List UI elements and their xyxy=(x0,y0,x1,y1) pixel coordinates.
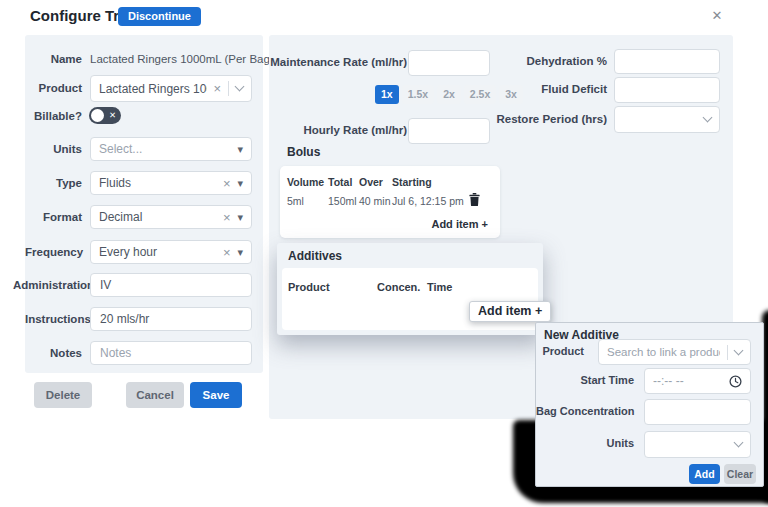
add-button[interactable]: Add xyxy=(689,464,720,484)
type-select[interactable]: Fluids × ▾ xyxy=(90,171,252,195)
bolus-col-volume: Volume xyxy=(287,176,324,188)
bolus-col-total: Total xyxy=(328,176,352,188)
dropdown-triangle-icon[interactable]: ▾ xyxy=(237,178,243,189)
new-additive-units-select[interactable] xyxy=(644,431,751,458)
bolus-cell-total: 150ml xyxy=(328,195,357,207)
dehydration-input[interactable] xyxy=(614,49,720,74)
select-divider xyxy=(228,81,229,96)
new-additive-product-select[interactable]: Search to link a product xyxy=(598,339,751,365)
clear-button[interactable]: Clear xyxy=(724,464,756,484)
close-icon[interactable]: ✕ xyxy=(706,4,728,26)
dehydration-label: Dehydration % xyxy=(469,55,607,67)
bolus-cell-starting: Jul 6, 12:15 pm xyxy=(392,195,464,207)
frequency-label: Frequency xyxy=(25,246,82,258)
dropdown-triangle-icon[interactable]: ▾ xyxy=(237,212,243,223)
clock-icon[interactable] xyxy=(729,375,742,388)
multiplier-1-5x-button[interactable]: 1.5x xyxy=(402,85,434,104)
bolus-card: Volume Total Over Starting 5ml 150ml 40 … xyxy=(280,166,500,238)
restore-period-select[interactable] xyxy=(614,106,720,133)
notes-input[interactable] xyxy=(90,341,252,365)
administration-label: Administration xyxy=(13,279,82,291)
administration-input[interactable] xyxy=(90,273,252,297)
toggle-knob xyxy=(91,109,104,122)
multiplier-1x-button[interactable]: 1x xyxy=(375,85,399,104)
bolus-title: Bolus xyxy=(287,145,320,159)
name-label: Name xyxy=(25,53,82,65)
new-additive-product-label: Product xyxy=(536,345,584,357)
new-additive-units-label: Units xyxy=(536,437,634,449)
multiplier-2x-button[interactable]: 2x xyxy=(437,85,461,104)
dropdown-triangle-icon[interactable]: ▾ xyxy=(237,247,243,258)
additives-title: Additives xyxy=(288,249,342,263)
chevron-down-icon[interactable] xyxy=(734,438,744,448)
clear-icon[interactable]: × xyxy=(223,246,231,259)
format-select-value: Decimal xyxy=(99,210,217,224)
billable-toggle[interactable]: ✕ xyxy=(89,107,121,124)
product-select[interactable]: Lactated Ringers 1000mL × xyxy=(90,75,252,102)
instructions-label: Instructions xyxy=(25,313,82,325)
units-select[interactable]: Select... ▾ xyxy=(90,137,252,161)
fluid-deficit-label: Fluid Deficit xyxy=(469,83,607,95)
configure-treatment-modal: { "header": { "title": "Configure Treatm… xyxy=(0,0,768,507)
type-label: Type xyxy=(25,177,82,189)
chevron-down-icon[interactable] xyxy=(734,345,744,355)
frequency-select-value: Every hour xyxy=(99,245,217,259)
format-label: Format xyxy=(25,211,82,223)
product-select-value: Lactated Ringers 1000mL xyxy=(99,82,207,96)
cancel-button[interactable]: Cancel xyxy=(126,382,184,408)
product-search-placeholder: Search to link a product xyxy=(607,346,720,358)
dropdown-triangle-icon[interactable]: ▾ xyxy=(237,144,243,155)
restore-period-label: Restore Period (hrs) xyxy=(469,113,607,125)
treatment-form-panel: Name Lactated Ringers 1000mL (Per Bag) P… xyxy=(25,35,263,373)
bolus-col-starting: Starting xyxy=(392,176,432,188)
trash-icon[interactable] xyxy=(469,193,480,206)
hourly-rate-label: Hourly Rate (ml/hr) xyxy=(269,124,407,136)
additives-col-time: Time xyxy=(427,281,452,293)
instructions-input[interactable] xyxy=(90,307,252,331)
bolus-cell-volume: 5ml xyxy=(287,195,304,207)
clear-icon[interactable]: × xyxy=(213,82,221,95)
additives-add-item-button[interactable]: Add item + xyxy=(469,301,551,322)
additives-col-product: Product xyxy=(288,281,330,293)
clear-icon[interactable]: × xyxy=(223,177,231,190)
bolus-cell-over: 40 min xyxy=(359,195,391,207)
start-time-label: Start Time xyxy=(536,374,634,386)
units-label: Units xyxy=(25,143,82,155)
bag-concentration-label: Bag Concentration xyxy=(536,405,634,417)
frequency-select[interactable]: Every hour × ▾ xyxy=(90,240,252,264)
toggle-off-icon: ✕ xyxy=(109,110,116,120)
type-select-value: Fluids xyxy=(99,176,217,190)
new-additive-popup: New Additive Product Search to link a pr… xyxy=(535,322,764,487)
format-select[interactable]: Decimal × ▾ xyxy=(90,205,252,229)
product-label: Product xyxy=(25,82,82,94)
clear-icon[interactable]: × xyxy=(223,211,231,224)
discontinue-button[interactable]: Discontinue xyxy=(118,7,201,26)
start-time-placeholder: --:-- -- xyxy=(653,374,729,388)
save-button[interactable]: Save xyxy=(190,382,242,408)
delete-button[interactable]: Delete xyxy=(34,382,92,408)
name-value: Lactated Ringers 1000mL (Per Bag) xyxy=(90,53,274,65)
notes-label: Notes xyxy=(25,347,82,359)
chevron-down-icon[interactable] xyxy=(235,82,245,92)
additives-col-concentration: Concen. xyxy=(377,281,420,293)
start-time-input[interactable]: --:-- -- xyxy=(644,368,751,394)
bolus-col-over: Over xyxy=(359,176,383,188)
billable-label: Billable? xyxy=(25,110,82,122)
units-select-placeholder: Select... xyxy=(99,142,230,156)
bag-concentration-input[interactable] xyxy=(644,399,751,425)
maintenance-rate-label: Maintenance Rate (ml/hr) xyxy=(269,56,407,68)
select-divider xyxy=(727,345,728,360)
bolus-add-item-button[interactable]: Add item + xyxy=(431,218,488,230)
fluid-deficit-input[interactable] xyxy=(614,77,720,103)
chevron-down-icon[interactable] xyxy=(703,113,713,123)
